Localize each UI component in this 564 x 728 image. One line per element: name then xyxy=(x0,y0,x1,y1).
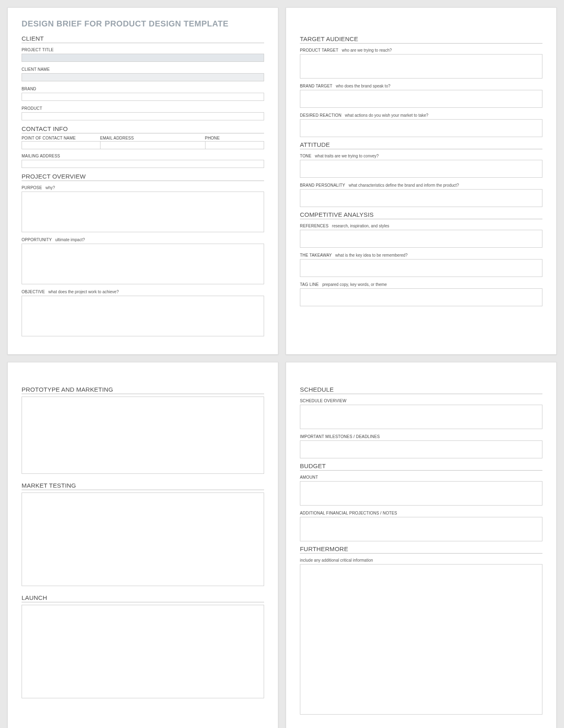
hint-opportunity: ultimate impact? xyxy=(55,238,85,242)
section-budget: BUDGET xyxy=(300,462,542,471)
input-objective[interactable] xyxy=(22,296,264,336)
label-amount: AMOUNT xyxy=(300,475,318,480)
input-financial-notes[interactable] xyxy=(300,517,542,541)
input-product[interactable] xyxy=(22,112,264,120)
field-product: PRODUCT xyxy=(22,104,264,120)
label-client-name: CLIENT NAME xyxy=(22,67,50,72)
label-tagline: TAG LINE xyxy=(300,282,319,287)
section-furthermore: FURTHERMORE xyxy=(300,545,542,554)
field-milestones: IMPORTANT MILESTONES / DEADLINES xyxy=(300,432,542,458)
hint-references: research, inspiration, and styles xyxy=(332,224,389,228)
input-tone[interactable] xyxy=(300,160,542,178)
input-brand-target[interactable] xyxy=(300,90,542,108)
field-objective: OBJECTIVE what does the project work to … xyxy=(22,288,264,336)
input-market-testing[interactable] xyxy=(22,493,264,586)
hint-brand-personality: what characteristics define the brand an… xyxy=(349,183,459,187)
page-4: SCHEDULE SCHEDULE OVERVIEW IMPORTANT MIL… xyxy=(286,362,557,728)
hint-product-target: who are we trying to reach? xyxy=(342,48,392,52)
label-financial-notes: ADDITIONAL FINANCIAL PROJECTIONS / NOTES xyxy=(300,511,397,515)
field-brand: BRAND xyxy=(22,85,264,101)
hint-purpose: why? xyxy=(46,185,55,190)
input-purpose[interactable] xyxy=(22,192,264,232)
field-amount: AMOUNT xyxy=(300,473,542,506)
section-prototype: PROTOTYPE AND MARKETING xyxy=(22,386,264,394)
input-project-title[interactable] xyxy=(22,54,264,62)
page-1: DESIGN BRIEF FOR PRODUCT DESIGN TEMPLATE… xyxy=(7,7,278,355)
section-contact: CONTACT INFO xyxy=(22,125,264,133)
label-mailing: MAILING ADDRESS xyxy=(22,154,60,158)
label-desired-reaction: DESIRED REACTION xyxy=(300,113,341,118)
field-client-name: CLIENT NAME xyxy=(22,65,264,81)
label-product-target: PRODUCT TARGET xyxy=(300,48,338,52)
label-phone: PHONE xyxy=(205,136,264,140)
section-market-testing: MARKET TESTING xyxy=(22,482,264,490)
hint-tagline: prepared copy, key words, or theme xyxy=(322,282,387,287)
input-amount[interactable] xyxy=(300,481,542,506)
section-schedule: SCHEDULE xyxy=(300,386,542,394)
section-attitude: ATTITUDE xyxy=(300,141,542,149)
label-opportunity: OPPORTUNITY xyxy=(22,238,52,242)
input-brand-personality[interactable] xyxy=(300,189,542,207)
document-title: DESIGN BRIEF FOR PRODUCT DESIGN TEMPLATE xyxy=(22,19,264,28)
input-mailing[interactable] xyxy=(22,160,264,168)
label-milestones: IMPORTANT MILESTONES / DEADLINES xyxy=(300,434,380,439)
hint-objective: what does the project work to achieve? xyxy=(48,290,119,294)
field-opportunity: OPPORTUNITY ultimate impact? xyxy=(22,235,264,284)
field-brand-personality: BRAND PERSONALITY what characteristics d… xyxy=(300,181,542,207)
label-poc: POINT OF CONTACT NAME xyxy=(22,136,101,140)
section-audience: TARGET AUDIENCE xyxy=(300,35,542,44)
field-purpose: PURPOSE why? xyxy=(22,183,264,232)
input-milestones[interactable] xyxy=(300,440,542,458)
page-2: TARGET AUDIENCE PRODUCT TARGET who are w… xyxy=(286,7,557,355)
section-overview: PROJECT OVERVIEW xyxy=(22,173,264,181)
input-client-name[interactable] xyxy=(22,73,264,81)
label-schedule-overview: SCHEDULE OVERVIEW xyxy=(300,399,346,403)
input-tagline[interactable] xyxy=(300,288,542,306)
label-email: EMAIL ADDRESS xyxy=(100,136,205,140)
input-launch[interactable] xyxy=(22,605,264,698)
field-schedule-overview: SCHEDULE OVERVIEW xyxy=(300,397,542,429)
field-mailing: MAILING ADDRESS xyxy=(22,152,264,168)
contact-row: POINT OF CONTACT NAME EMAIL ADDRESS PHON… xyxy=(22,136,264,149)
hint-desired-reaction: what actions do you wish your market to … xyxy=(345,113,428,118)
input-furthermore[interactable] xyxy=(300,564,542,715)
field-takeaway: THE TAKEAWAY what is the key idea to be … xyxy=(300,251,542,277)
input-poc[interactable] xyxy=(22,141,101,149)
input-desired-reaction[interactable] xyxy=(300,119,542,137)
field-project-title: PROJECT TITLE xyxy=(22,46,264,62)
template-pages: DESIGN BRIEF FOR PRODUCT DESIGN TEMPLATE… xyxy=(7,7,557,728)
label-purpose: PURPOSE xyxy=(22,185,42,190)
input-opportunity[interactable] xyxy=(22,244,264,284)
input-email[interactable] xyxy=(100,141,205,149)
label-brand-personality: BRAND PERSONALITY xyxy=(300,183,345,187)
field-tagline: TAG LINE prepared copy, key words, or th… xyxy=(300,280,542,306)
input-takeaway[interactable] xyxy=(300,259,542,277)
section-launch: LAUNCH xyxy=(22,594,264,602)
field-tone: TONE what traits are we trying to convey… xyxy=(300,152,542,178)
input-schedule-overview[interactable] xyxy=(300,405,542,429)
field-financial-notes: ADDITIONAL FINANCIAL PROJECTIONS / NOTES xyxy=(300,509,542,541)
input-prototype[interactable] xyxy=(22,397,264,474)
section-competitive: COMPETITIVE ANALYSIS xyxy=(300,211,542,219)
field-references: REFERENCES research, inspiration, and st… xyxy=(300,222,542,248)
label-brand: BRAND xyxy=(22,87,36,91)
label-brand-target: BRAND TARGET xyxy=(300,84,332,88)
input-product-target[interactable] xyxy=(300,54,542,78)
label-references: REFERENCES xyxy=(300,224,328,228)
input-phone[interactable] xyxy=(205,141,264,149)
input-brand[interactable] xyxy=(22,93,264,101)
hint-tone: what traits are we trying to convey? xyxy=(315,154,379,158)
label-objective: OBJECTIVE xyxy=(22,290,45,294)
field-product-target: PRODUCT TARGET who are we trying to reac… xyxy=(300,46,542,78)
input-references[interactable] xyxy=(300,230,542,248)
label-project-title: PROJECT TITLE xyxy=(22,48,54,52)
label-tone: TONE xyxy=(300,154,311,158)
section-client: CLIENT xyxy=(22,35,264,43)
field-brand-target: BRAND TARGET who does the brand speak to… xyxy=(300,82,542,108)
hint-brand-target: who does the brand speak to? xyxy=(336,84,390,88)
label-product: PRODUCT xyxy=(22,106,42,111)
hint-takeaway: what is the key idea to be remembered? xyxy=(335,253,408,257)
hint-furthermore: include any additional critical informat… xyxy=(300,558,373,562)
field-desired-reaction: DESIRED REACTION what actions do you wis… xyxy=(300,111,542,137)
page-3: PROTOTYPE AND MARKETING MARKET TESTING L… xyxy=(7,362,278,728)
